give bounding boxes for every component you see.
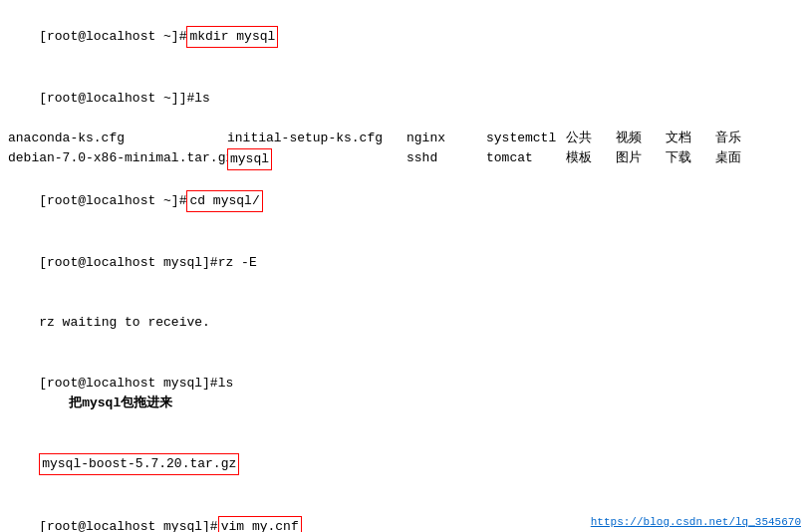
vim-hash: # bbox=[210, 519, 218, 532]
terminal-window: [root@localhost ~]#mkdir mysql [root@loc… bbox=[0, 0, 809, 532]
line-mysqlfile: mysql-boost-5.7.20.tar.gz bbox=[8, 433, 801, 495]
cmd-cd: cd mysql/ bbox=[186, 190, 262, 212]
line-rz-waiting: rz waiting to receive. bbox=[8, 293, 801, 353]
ls-item-sshd: sshd bbox=[406, 148, 486, 170]
rz-waiting-text: rz waiting to receive. bbox=[39, 315, 210, 330]
ls-item-systemctl: systemctl bbox=[486, 129, 566, 148]
ls-item-debian: debian-7.0-x86-minimal.tar.gz bbox=[8, 148, 227, 170]
ls-item-video: 视频 bbox=[616, 129, 666, 148]
ls-item-pics: 图片 bbox=[616, 148, 666, 170]
ls-output-row1: anaconda-ks.cfg initial-setup-ks.cfg ngi… bbox=[8, 129, 801, 148]
line-ls: [root@localhost ~]]#ls bbox=[8, 68, 801, 128]
line-cd: [root@localhost ~]#cd mysql/ bbox=[8, 170, 801, 232]
ls-item-desktop: 桌面 bbox=[715, 148, 765, 170]
mysql-boxed: mysql bbox=[227, 148, 272, 170]
tilde-hash: ]# bbox=[179, 91, 195, 106]
ls-item-public: 公共 bbox=[566, 129, 616, 148]
annotation-dragmysql: 把mysql包拖进来 bbox=[69, 396, 172, 410]
prompt-rz: [root@localhost mysql] bbox=[39, 255, 210, 270]
hash: # bbox=[179, 29, 187, 44]
prompt-ls2: [root@localhost mysql] bbox=[39, 376, 210, 391]
cmd-mkdir: mkdir mysql bbox=[186, 26, 278, 48]
ls2-hash: # bbox=[210, 376, 218, 391]
cmd-rz: rz -E bbox=[218, 255, 257, 270]
prompt-cd: [root@localhost ~] bbox=[39, 193, 178, 208]
prompt-vim: [root@localhost mysql] bbox=[39, 519, 210, 532]
ls-item-nginx: nginx bbox=[406, 129, 486, 148]
line-ls2: [root@localhost mysql]#ls 把mysql包拖进来 bbox=[8, 353, 801, 433]
prompt2: [root@localhost ~] bbox=[39, 91, 178, 106]
cd-hash: # bbox=[179, 193, 187, 208]
prompt: [root@localhost ~] bbox=[39, 29, 178, 44]
cmd-vim: vim my.cnf bbox=[218, 516, 302, 532]
line-rz: [root@localhost mysql]#rz -E bbox=[8, 233, 801, 293]
rz-hash: # bbox=[210, 255, 218, 270]
ls-item-anaconda: anaconda-ks.cfg bbox=[8, 129, 227, 148]
line-mkdir: [root@localhost ~]#mkdir mysql bbox=[8, 6, 801, 68]
ls-output-row2: debian-7.0-x86-minimal.tar.gz mysql sshd… bbox=[8, 148, 801, 170]
mysql-file-box: mysql-boost-5.7.20.tar.gz bbox=[39, 453, 239, 475]
ls-item-template: 模板 bbox=[566, 148, 616, 170]
ls-item-mysql-box: mysql bbox=[227, 148, 406, 170]
cmd-ls2: ls bbox=[218, 376, 234, 391]
ls-item-music: 音乐 bbox=[715, 129, 765, 148]
url-watermark: https://blog.csdn.net/lq_3545670 bbox=[591, 516, 801, 528]
ls-item-tomcat: tomcat bbox=[486, 148, 566, 170]
ls-item-download: 下载 bbox=[666, 148, 715, 170]
cmd-ls: ls bbox=[194, 91, 210, 106]
ls-item-docs: 文档 bbox=[666, 129, 715, 148]
ls-item-initial: initial-setup-ks.cfg bbox=[227, 129, 406, 148]
